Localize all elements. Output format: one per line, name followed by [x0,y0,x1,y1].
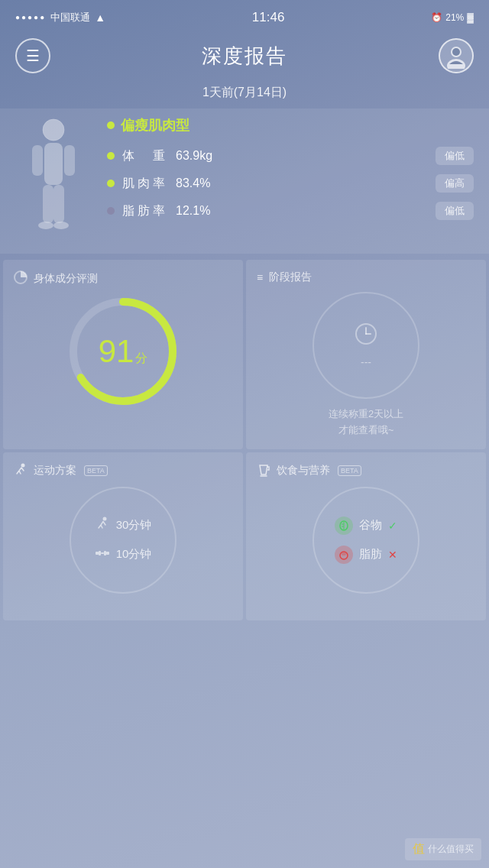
watermark-text: 什么值得买 [428,843,474,856]
stat-value-muscle: 83.4% [176,177,428,190]
score-pie-icon [14,270,28,287]
score-circle-container: 91 分 [14,294,232,409]
diet-cell[interactable]: 饮食与营养 BETA 谷物 ✓ [246,452,486,620]
body-type-text: 偏瘦肌肉型 [121,116,189,134]
status-left: ●●●●● 中国联通 ▲ [15,11,105,24]
stat-dot-muscle [107,180,115,187]
status-right: ⏰ 21% ▓ [431,12,474,23]
phase-cell-header: ≡ 阶段报告 [257,270,475,284]
phase-dashes: --- [361,356,371,368]
score-circle: 91 分 [66,294,180,409]
human-figure-svg [23,116,84,238]
grain-icon [335,517,353,535]
exercise-cell[interactable]: 运动方案 BETA 30分钟 [3,452,243,620]
svg-rect-19 [96,552,99,555]
diet-grain-check: ✓ [388,520,397,532]
score-number: 91 [99,335,134,368]
exercise-item-lift: 10分钟 [95,546,152,564]
diet-grain-label: 谷物 [359,518,382,533]
score-cell-header: 身体成分评测 [14,270,232,287]
header: ☰ 深度报告 [0,31,489,85]
exercise-cell-header: 运动方案 BETA [14,463,232,479]
carrier-label: 中国联通 [50,11,90,24]
diet-circle: 谷物 ✓ 脂肪 ✕ [313,487,419,594]
svg-rect-23 [101,552,104,554]
diet-item-fat: 脂肪 ✕ [335,546,397,564]
score-text: 91 分 [99,335,148,368]
stat-label-fat: 脂肪率 [122,203,168,219]
phase-circle-container: --- 连续称重2天以上才能查看哦~ [257,292,475,439]
stat-row-weight: 体 重 63.9kg 偏低 [107,147,474,165]
dashboard-grid: 身体成分评测 91 分 ≡ 阶段报告 [0,257,489,623]
svg-rect-8 [53,185,64,223]
exercise-lift-time: 10分钟 [116,547,152,562]
phase-cell[interactable]: ≡ 阶段报告 --- 连续称重2天以上才能查看哦~ [246,260,486,449]
svg-point-10 [53,222,69,229]
svg-rect-4 [44,143,63,185]
svg-point-17 [21,463,25,467]
phase-circle: --- [313,292,419,399]
phase-cell-title: 阶段报告 [269,270,312,284]
stat-dot-fat [107,207,115,215]
stat-row-muscle: 肌肉率 83.4% 偏高 [107,174,474,193]
exercise-run-icon [14,463,28,479]
svg-point-3 [43,119,64,141]
diet-item-grain: 谷物 ✓ [335,517,397,535]
svg-rect-5 [32,145,43,176]
stat-badge-weight: 偏低 [436,147,474,165]
clock: 11:46 [252,10,285,25]
clock-icon [355,322,377,350]
lift-icon [95,546,110,564]
watermark-symbol: 值 [413,841,425,857]
svg-point-30 [342,552,346,555]
svg-rect-21 [99,551,101,555]
score-cell-title: 身体成分评测 [34,272,98,286]
battery-label: 21% [445,12,464,23]
menu-button[interactable]: ☰ [15,38,50,73]
phase-message: 连续称重2天以上才能查看哦~ [329,406,403,439]
diet-fat-label: 脂肪 [359,547,382,562]
phase-list-icon: ≡ [257,271,263,283]
diet-beta-badge: BETA [338,465,361,476]
fat-icon [335,546,353,564]
svg-point-2 [452,48,460,56]
watermark: 值 什么值得买 [405,838,481,860]
run-icon [95,517,110,535]
stat-label-weight: 体 重 [122,148,168,164]
status-bar: ●●●●● 中国联通 ▲ 11:46 ⏰ 21% ▓ [0,0,489,31]
body-figure [15,116,92,238]
stat-badge-muscle: 偏高 [436,174,474,193]
score-unit: 分 [135,351,147,367]
svg-rect-6 [64,145,75,176]
svg-rect-20 [106,552,109,555]
diet-cell-title: 饮食与营养 [277,464,330,478]
stat-value-fat: 12.1% [176,204,428,218]
diet-cup-icon [257,463,270,479]
avatar-button[interactable] [439,38,474,73]
score-cell[interactable]: 身体成分评测 91 分 [3,260,243,449]
body-type-label: 偏瘦肌肉型 [107,116,474,134]
wifi-icon: ▲ [95,11,105,24]
date-bar: 1天前(7月14日) [0,85,489,101]
stat-label-muscle: 肌肉率 [122,176,168,192]
body-stats: 偏瘦肌肉型 体 重 63.9kg 偏低 肌肉率 83.4% 偏高 脂肪率 12.… [107,116,474,238]
stat-row-fat: 脂肪率 12.1% 偏低 [107,202,474,220]
svg-point-9 [38,222,53,229]
diet-cell-header: 饮食与营养 BETA [257,463,475,479]
svg-point-18 [102,517,106,520]
exercise-item-run: 30分钟 [95,517,152,535]
stat-value-weight: 63.9kg [176,149,428,163]
stat-dot-weight [107,152,115,160]
exercise-circle: 30分钟 10分钟 [70,487,176,594]
exercise-cell-title: 运动方案 [34,464,76,478]
body-type-dot [107,121,115,129]
stat-badge-fat: 偏低 [436,202,474,220]
exercise-beta-badge: BETA [84,465,108,476]
alarm-icon: ⏰ [431,12,442,23]
page-title: 深度报告 [202,43,287,70]
svg-rect-22 [104,551,106,555]
signal-dots: ●●●●● [15,13,46,21]
battery-icon: ▓ [467,12,474,23]
svg-rect-7 [43,185,53,223]
exercise-run-time: 30分钟 [116,518,152,533]
